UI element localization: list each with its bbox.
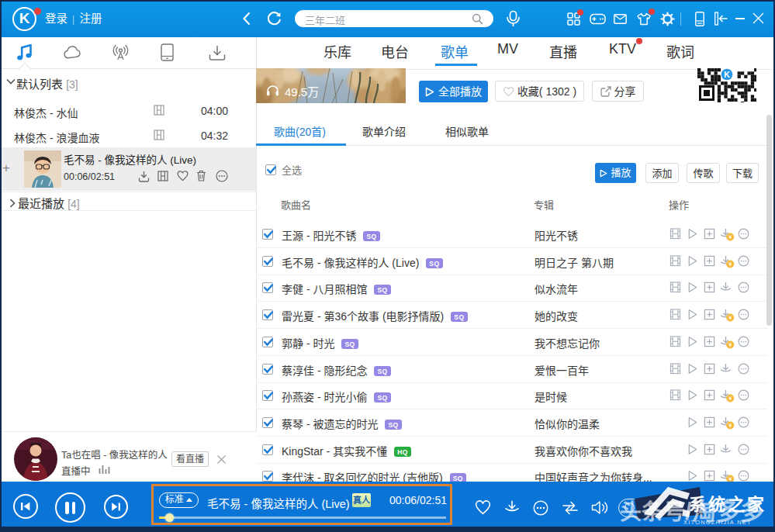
svg-text:K: K bbox=[724, 70, 730, 79]
svg-text:49.5万: 49.5万 bbox=[285, 85, 319, 98]
